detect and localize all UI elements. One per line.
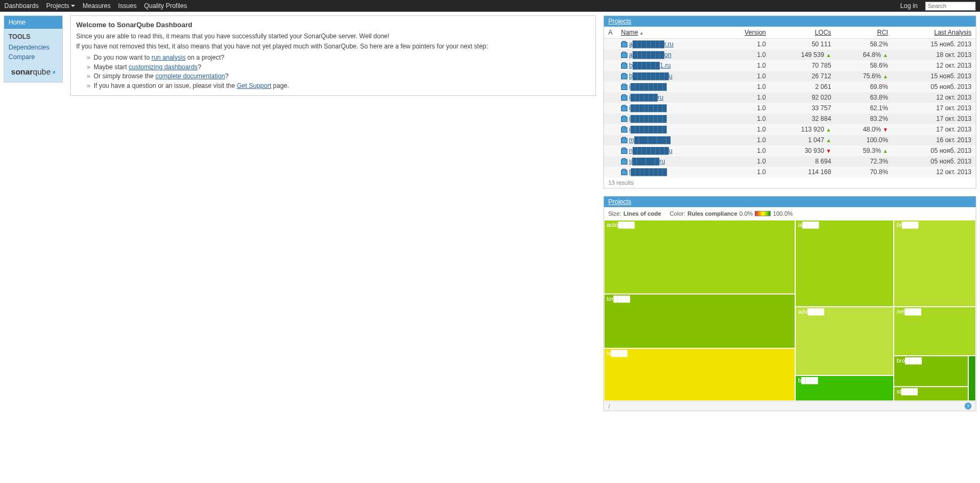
treemap-scale-max: 100.0% (773, 210, 793, 217)
top-navigation: Dashboards Projects Measures Issues Qual… (0, 0, 980, 12)
nav-projects-label: Projects (46, 2, 69, 10)
cell-version: 1.0 (720, 135, 770, 145)
project-icon (621, 95, 627, 101)
treemap-legend: Size: Lines of code Color: Rules complia… (604, 207, 976, 220)
main-content-right: Projects A Name▲ Version LOCs RCI Last A… (603, 15, 976, 411)
treemap-size-label: Size: (608, 210, 621, 217)
project-name-link[interactable]: s██████ru (629, 158, 665, 165)
nav-issues[interactable]: Issues (118, 2, 137, 10)
project-name-link[interactable]: i████████ (629, 104, 667, 112)
col-name[interactable]: Name (621, 29, 638, 36)
cell-rci: 59.3% ▲ (836, 145, 893, 156)
cell-date: 12 окт. 2013 (892, 167, 976, 177)
projects-header-link[interactable]: Projects (608, 18, 631, 25)
cell-version: 1.0 (720, 81, 770, 92)
nav-quality-profiles[interactable]: Quality Profiles (144, 2, 187, 10)
topnav-left: Dashboards Projects Measures Issues Qual… (4, 2, 187, 10)
table-row: t████████1.0114 168 70.8% 12 окт. 2013 (604, 167, 976, 177)
project-icon (621, 74, 627, 79)
col-last-analysis[interactable]: Last Analysis (934, 29, 971, 36)
table-row: a███████r.ru1.050 111 58.2% 15 нояб. 201… (604, 39, 976, 50)
treemap-cell[interactable]: is████ (795, 220, 894, 307)
cell-date: 15 нояб. 2013 (892, 39, 976, 50)
cell-version: 1.0 (720, 113, 770, 124)
cell-date: 17 окт. 2013 (892, 124, 976, 135)
nav-projects[interactable]: Projects (46, 2, 75, 10)
project-name-link[interactable]: i██████ru (629, 94, 663, 101)
main-content-left: Welcome to SonarQube Dashboard Since you… (70, 15, 596, 96)
col-alert: A (608, 29, 612, 36)
col-locs[interactable]: LOCs (815, 29, 831, 36)
cell-locs: 70 785 (770, 60, 836, 71)
cell-rci: 70.8% (836, 167, 893, 177)
cell-date: 17 окт. 2013 (892, 113, 976, 124)
chevron-down-icon (71, 5, 75, 7)
treemap-header-link[interactable]: Projects (608, 198, 631, 206)
treemap-cell[interactable]: is████ (604, 348, 795, 401)
cell-locs: 113 920 ▲ (770, 124, 836, 135)
sonarqube-logo: sonarqube ⸗ (4, 62, 62, 82)
cell-rci: 63.8% (836, 92, 893, 103)
welcome-link[interactable]: customizing dashboards (129, 63, 198, 71)
project-icon (621, 42, 627, 47)
table-row: i████████1.02 061 69.8% 05 нояб. 2013 (604, 81, 976, 92)
projects-treemap-widget: Projects Size: Lines of code Color: Rule… (603, 196, 976, 411)
project-icon (621, 85, 627, 90)
welcome-line1: Since you are able to read this, it mean… (76, 32, 590, 41)
nav-dashboards[interactable]: Dashboards (4, 2, 39, 10)
search-input[interactable] (925, 2, 976, 11)
cell-locs: 33 757 (770, 103, 836, 113)
cell-date: 16 окт. 2013 (892, 135, 976, 145)
cell-rci: 100.0% (836, 135, 893, 145)
cell-date: 05 нояб. 2013 (892, 156, 976, 167)
treemap-cell[interactable]: b████ (795, 375, 894, 401)
project-name-link[interactable]: b██████1.ru (629, 62, 671, 69)
cell-date: 12 окт. 2013 (892, 92, 976, 103)
cell-version: 1.0 (720, 50, 770, 60)
project-icon (621, 159, 627, 165)
treemap-chart: auto████tor████is████is████adv████b████b… (604, 220, 976, 401)
welcome-link[interactable]: Get Support (237, 82, 272, 89)
project-name-link[interactable]: a███████r.ru (629, 40, 674, 48)
treemap-cell[interactable]: tor████ (604, 294, 795, 348)
treemap-cell[interactable] (968, 356, 976, 401)
treemap-cell[interactable]: net████ (894, 307, 976, 356)
treemap-scale-min: 0.0% (739, 210, 753, 217)
project-icon (621, 138, 627, 143)
cell-date: 15 нояб. 2013 (892, 71, 976, 81)
project-icon (621, 53, 627, 58)
nav-measures[interactable]: Measures (83, 2, 111, 10)
treemap-cell[interactable]: bro████ (894, 356, 968, 387)
project-name-link[interactable]: m████████ (629, 136, 671, 144)
welcome-link[interactable]: complete documentation (156, 72, 225, 80)
sidebar-item-dependencies[interactable]: Dependencies (4, 43, 62, 52)
help-icon[interactable]: ? (965, 403, 971, 410)
cell-locs: 114 168 (770, 167, 836, 177)
projects-table-footer: 13 results (604, 177, 976, 188)
project-name-link[interactable]: n████████u (629, 147, 672, 154)
sidebar-home[interactable]: Home (4, 16, 62, 29)
cell-locs: 2 061 (770, 81, 836, 92)
project-name-link[interactable]: a███████on (629, 51, 672, 59)
treemap-cell[interactable]: adv████ (795, 307, 894, 375)
sidebar-item-compare[interactable]: Compare (4, 52, 62, 62)
projects-widget-header: Projects (604, 16, 976, 27)
project-name-link[interactable]: i████████ (629, 83, 667, 91)
cell-rci: 58.6% (836, 60, 893, 71)
cell-locs: 92 020 (770, 92, 836, 103)
project-name-link[interactable]: i████████ (629, 115, 667, 122)
col-version[interactable]: Version (745, 29, 766, 36)
cell-version: 1.0 (720, 71, 770, 81)
treemap-cell[interactable]: auto████ (604, 220, 795, 294)
welcome-pointers: Do you now want to run analysis on a pro… (76, 53, 590, 91)
project-icon (621, 127, 627, 133)
treemap-cell[interactable]: st████ (894, 387, 968, 401)
project-name-link[interactable]: t████████ (629, 168, 667, 176)
welcome-link[interactable]: run analysis (151, 54, 185, 61)
project-name-link[interactable]: i████████ (629, 126, 667, 133)
login-link[interactable]: Log in (900, 2, 918, 10)
project-name-link[interactable]: b████████u (629, 72, 672, 80)
col-rci[interactable]: RCI (877, 29, 888, 36)
cell-version: 1.0 (720, 145, 770, 156)
treemap-cell[interactable]: br████ (894, 220, 976, 307)
